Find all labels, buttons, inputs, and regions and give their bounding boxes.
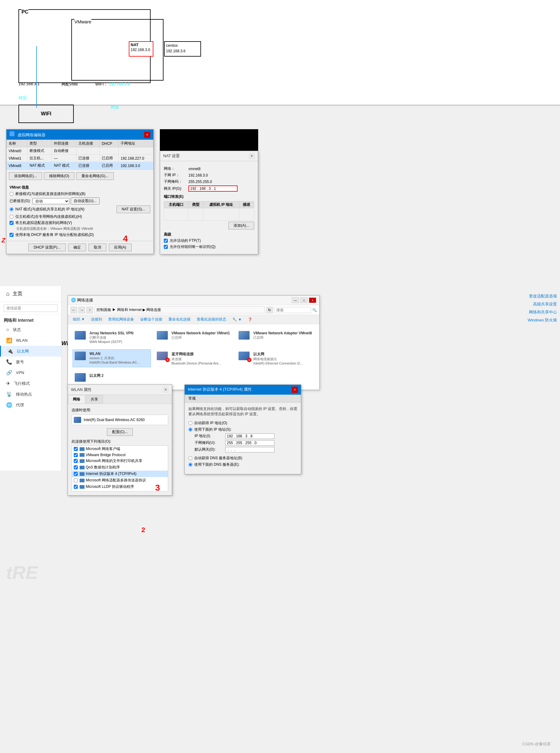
forward-btn[interactable]: →: [78, 307, 85, 313]
maximize-btn[interactable]: □: [300, 297, 308, 303]
ethernet2-icon: [75, 373, 87, 383]
adapter-ssl-vpn[interactable]: Array Networks SSL VPN 已断开连接 WAN Minipor…: [73, 329, 151, 346]
hostonly-radio-option[interactable]: 仅主机模式(在专用网络内连接虚拟机)(H): [9, 214, 150, 219]
wlan-props-close[interactable]: ×: [163, 387, 169, 393]
adapter-vmnet8[interactable]: VMware Network Adapter VMnet8 已启用: [236, 329, 315, 346]
settings-airplane[interactable]: ✈ 飞行模式: [0, 378, 61, 389]
tools-btn[interactable]: 🔧 ▼: [230, 317, 244, 322]
ip-address-row: IP 地址(I):: [195, 433, 297, 439]
settings-hotspot[interactable]: 📡 移动热点: [0, 389, 61, 400]
component-tcpipv6[interactable]: Internet 协议版本 6 (TCP/IPv6): [72, 490, 168, 491]
apply-btn[interactable]: 应用(A): [109, 244, 132, 251]
settings-dialup[interactable]: 📞 拨号: [0, 356, 61, 367]
remove-network-btn[interactable]: 移除网络(O): [44, 172, 74, 180]
use-dhcp-option[interactable]: 使用本地 DHCP 服务将 IP 地址分配给虚拟机(D): [9, 232, 150, 237]
component-tcpipv4[interactable]: Internet 协议版本 4 (TCP/IPv4): [72, 471, 168, 477]
nat-radio[interactable]: [9, 207, 14, 211]
annotation-3: 3: [155, 483, 160, 493]
component-ms-client[interactable]: Microsoft 网络客户端: [72, 446, 168, 452]
port-add-btn[interactable]: 添加(A)...: [228, 222, 254, 230]
auto-ip-radio-row[interactable]: 自动获得 IP 地址(O): [188, 421, 297, 426]
help-btn[interactable]: ❓: [245, 317, 255, 322]
settings-proxy[interactable]: 🌐 代理: [0, 400, 61, 410]
tcpip-close[interactable]: ×: [292, 387, 298, 393]
auto-ip-radio[interactable]: [188, 421, 193, 425]
settings-home[interactable]: ⌂ 主页: [0, 286, 61, 302]
adapter-vmnet1[interactable]: VMware Network Adapter VMnet1 已启用: [155, 329, 233, 346]
auto-setup-btn[interactable]: 自动设置(U)...: [71, 197, 100, 205]
settings-search-input[interactable]: [4, 305, 58, 312]
bridge-radio[interactable]: [9, 192, 14, 196]
settings-wlan[interactable]: 📶 WLAN: [0, 335, 61, 346]
manual-ip-radio[interactable]: [188, 428, 193, 431]
ip-address-input[interactable]: [225, 433, 275, 439]
ok-btn[interactable]: 确定: [68, 244, 86, 251]
connect-host-adapter-option[interactable]: 将主机虚拟适配器连接到此网络(V): [9, 220, 150, 226]
windows-firewall-link[interactable]: Windows 防火墙: [528, 316, 557, 324]
disable-btn[interactable]: 禁用此网络设备: [106, 316, 137, 323]
nat-radio-option[interactable]: NAT 模式(与虚拟机共享主机的 IP 地址)(N) NAT 设置(S)...: [9, 206, 150, 213]
gateway-input-tcp[interactable]: [225, 447, 275, 452]
adapter-ethernet[interactable]: ✕ 以太网 网络电缆被拔出 Intel(R) Ethernet Connecti…: [236, 349, 315, 367]
adapter-wlan[interactable]: WLAN weiwei 2, 共享的 Intel(R) Dual Band Wi…: [73, 349, 151, 367]
diagnose-btn[interactable]: 诊断这个连接: [138, 316, 165, 323]
component-qos[interactable]: QoS 数据包计划程序: [72, 464, 168, 471]
dhcp-settings-btn[interactable]: DHCP 设置(P)...: [28, 244, 65, 251]
bridge-radio-option[interactable]: 桥接模式(与虚拟机直接连接到外部网络)(B): [9, 191, 150, 196]
change-adapter-link[interactable]: 更改适配器选项: [528, 292, 557, 300]
ethernet-adapter-icon: ✕: [239, 352, 251, 362]
ftp-check[interactable]: [164, 239, 168, 243]
gateway-input[interactable]: [188, 186, 238, 192]
use-dhcp-check[interactable]: [9, 233, 14, 237]
netbios-check[interactable]: [164, 245, 168, 249]
vmware-editor-close[interactable]: ×: [144, 132, 150, 138]
vmnet0-row[interactable]: VMnet0桥接模式自动桥接: [7, 147, 153, 155]
adapter-bluetooth[interactable]: ✕ 蓝牙网络连接 未连接 Bluetooth Device (Personal …: [155, 349, 233, 367]
add-network-btn[interactable]: 添加网络(E)...: [9, 172, 42, 180]
network-sharing-center-link[interactable]: 网络和共享中心: [528, 308, 557, 316]
manual-dns-radio[interactable]: [188, 463, 193, 467]
nat-settings-btn[interactable]: NAT 设置(S)...: [117, 206, 150, 213]
component-lldp[interactable]: Microsoft LLDP 协议驱动程序: [72, 484, 168, 490]
bridge-select[interactable]: 自动: [33, 198, 69, 204]
ftp-check-option[interactable]: 允许活动的 FTP(T): [164, 238, 254, 243]
close-window-btn[interactable]: ×: [309, 297, 316, 303]
subnet-mask-value: 255.255.255.0: [188, 180, 212, 184]
minimize-btn[interactable]: —: [292, 297, 299, 303]
settings-ethernet[interactable]: 🔌 以太网: [0, 346, 61, 356]
win-controls: — □ ×: [292, 297, 316, 303]
connect-btn[interactable]: 连接到: [88, 316, 104, 323]
component-multicast[interactable]: Microsoft 网络适配器多路传送器协议: [72, 477, 168, 484]
component-vmware-bridge[interactable]: VMware Bridge Protocol: [72, 452, 168, 458]
cancel-btn[interactable]: 取消: [88, 244, 106, 251]
wlan-configure-btn[interactable]: 配置(C)...: [107, 428, 133, 436]
rename-network-btn[interactable]: 重命名网络(G)...: [76, 172, 114, 180]
back-btn[interactable]: ←: [71, 307, 77, 313]
subnet-ip-label: 子网 IP：: [164, 173, 188, 178]
auto-dns-radio[interactable]: [188, 456, 193, 460]
manual-dns-radio-row[interactable]: 使用下面的 DNS 服务器(E):: [188, 462, 297, 467]
search-box[interactable]: [274, 307, 311, 313]
nat-settings-close[interactable]: ×: [249, 153, 255, 159]
wlan-tab-network[interactable]: 网络: [68, 395, 85, 404]
rename-btn[interactable]: 重命名此连接: [166, 316, 193, 323]
manual-ip-radio-row[interactable]: 使用下面的 IP 地址(S):: [188, 427, 297, 432]
adapter-ethernet2[interactable]: 以太网 2: [73, 371, 151, 385]
vmnet8-row[interactable]: VMnet8NAT 模式NAT 模式已连接已启用192.168.3.0: [7, 162, 153, 170]
wlan-tab-share[interactable]: 共享: [86, 395, 103, 404]
subnet-mask-input[interactable]: [225, 440, 275, 446]
netbios-check-option[interactable]: 允许任何组织唯一标识符(Q): [164, 244, 254, 249]
refresh-btn[interactable]: ↻: [266, 307, 273, 313]
up-btn[interactable]: ↑: [86, 307, 93, 313]
settings-vpn[interactable]: 🔗 VPN: [0, 367, 61, 378]
view-status-btn[interactable]: 查看此连接的状态: [194, 316, 229, 323]
connect-host-adapter-check[interactable]: [9, 221, 14, 225]
component-file-print[interactable]: Microsoft 网络的文件和打印机共享: [72, 458, 168, 464]
settings-status[interactable]: ○ 状态: [0, 325, 61, 335]
hostonly-radio[interactable]: [9, 215, 14, 219]
organize-btn[interactable]: 组织 ▼: [71, 316, 87, 323]
auto-dns-radio-row[interactable]: 自动获得 DNS 服务器地址(B): [188, 456, 297, 461]
subnet-mask-label: 子网掩码：: [164, 179, 188, 184]
advanced-sharing-link[interactable]: 高级共享设置: [528, 300, 557, 308]
vmnet1-row[interactable]: VMnet1仅主机...—已连接已启用192.168.227.0: [7, 155, 153, 162]
